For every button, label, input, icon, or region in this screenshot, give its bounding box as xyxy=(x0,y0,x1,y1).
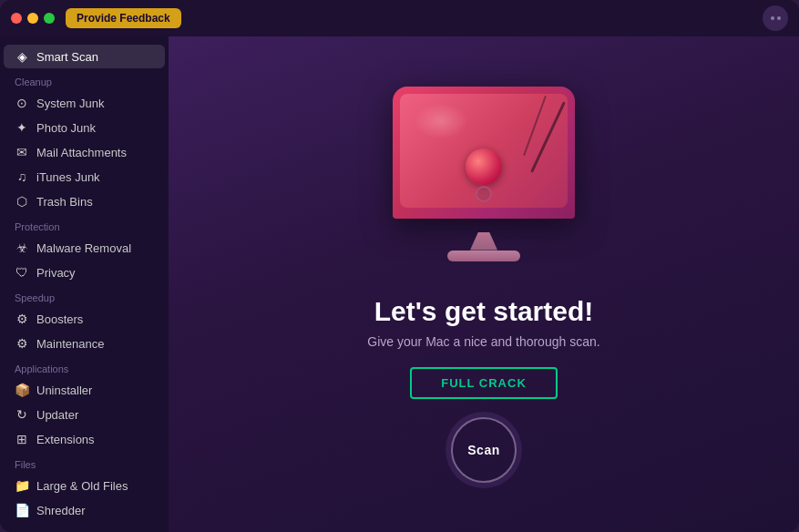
applications-section-label: Applications xyxy=(0,356,169,377)
feedback-button[interactable]: Provide Feedback xyxy=(66,8,181,28)
content-area: Let's get started! Give your Mac a nice … xyxy=(169,36,799,532)
maximize-button[interactable] xyxy=(44,13,55,24)
uninstaller-icon: 📦 xyxy=(15,383,29,397)
protection-section-label: Protection xyxy=(0,214,169,235)
sidebar-item-updater[interactable]: ↻ Updater xyxy=(4,403,165,426)
sub-heading: Give your Mac a nice and thorough scan. xyxy=(367,334,599,349)
mac-stand-base xyxy=(447,251,520,261)
privacy-icon: 🛡 xyxy=(15,265,29,280)
sidebar-item-extensions[interactable]: ⊞ Extensions xyxy=(4,427,165,451)
traffic-lights xyxy=(11,13,55,24)
sidebar-item-malware-removal[interactable]: ☣ Malware Removal xyxy=(4,236,165,260)
sidebar-item-trash-bins[interactable]: ⬡ Trash Bins xyxy=(4,189,165,213)
cleanup-section-label: Cleanup xyxy=(0,69,169,90)
smart-scan-icon: ◈ xyxy=(15,49,29,64)
mail-icon: ✉ xyxy=(15,145,29,159)
sidebar-item-itunes-junk[interactable]: ♫ iTunes Junk xyxy=(4,165,165,189)
sidebar-item-label: Mail Attachments xyxy=(36,146,127,159)
sidebar-item-label: Extensions xyxy=(36,433,95,446)
mac-monitor-body xyxy=(393,87,575,219)
mac-stand-neck xyxy=(470,232,497,251)
extensions-icon: ⊞ xyxy=(15,432,29,446)
maintenance-icon: ⚙ xyxy=(15,336,29,351)
updater-icon: ↻ xyxy=(15,407,29,422)
speedup-section-label: Speedup xyxy=(0,285,169,306)
system-junk-icon: ⊙ xyxy=(15,96,29,110)
title-bar-right xyxy=(763,5,788,31)
sidebar-item-boosters[interactable]: ⚙ Boosters xyxy=(4,307,165,331)
cmm-orb xyxy=(466,148,502,185)
sidebar-item-large-old-files[interactable]: 📁 Large & Old Files xyxy=(4,474,165,497)
main-content: ◈ Smart Scan Cleanup ⊙ System Junk ✦ Pho… xyxy=(0,36,799,532)
sidebar-item-label: Maintenance xyxy=(36,337,104,351)
sidebar-item-label: Shredder xyxy=(36,504,85,517)
sidebar-item-label: Privacy xyxy=(36,266,76,280)
mac-screen xyxy=(393,87,575,232)
dot-icon xyxy=(771,16,774,20)
sidebar-item-privacy[interactable]: 🛡 Privacy xyxy=(4,261,165,284)
app-window: Provide Feedback ◈ Smart Scan Cleanup ⊙ … xyxy=(0,0,799,532)
mac-illustration xyxy=(374,87,593,278)
main-heading: Let's get started! xyxy=(367,296,599,327)
sidebar-item-label: Malware Removal xyxy=(36,241,131,255)
sidebar-item-label: iTunes Junk xyxy=(36,170,100,184)
sidebar-item-uninstaller[interactable]: 📦 Uninstaller xyxy=(4,378,165,402)
sidebar: ◈ Smart Scan Cleanup ⊙ System Junk ✦ Pho… xyxy=(0,36,169,532)
scratch-line xyxy=(530,101,566,172)
sidebar-item-mail-attachments[interactable]: ✉ Mail Attachments xyxy=(4,140,165,164)
more-options-button[interactable] xyxy=(763,5,788,31)
sidebar-item-label: System Junk xyxy=(36,97,104,110)
boosters-icon: ⚙ xyxy=(15,312,29,326)
sidebar-item-maintenance[interactable]: ⚙ Maintenance xyxy=(4,332,165,355)
sidebar-item-label: Uninstaller xyxy=(36,384,92,397)
sidebar-item-system-junk[interactable]: ⊙ System Junk xyxy=(4,91,165,115)
sidebar-item-label: Updater xyxy=(36,408,78,422)
sidebar-item-label: Photo Junk xyxy=(36,121,96,135)
files-section-label: Files xyxy=(0,452,169,473)
files-icon: 📁 xyxy=(15,478,29,493)
itunes-icon: ♫ xyxy=(15,169,29,184)
title-bar: Provide Feedback xyxy=(0,0,799,36)
sidebar-item-label: Large & Old Files xyxy=(36,479,128,493)
sidebar-item-label: Boosters xyxy=(36,312,83,326)
content-text: Let's get started! Give your Mac a nice … xyxy=(367,296,599,349)
shredder-icon: 📄 xyxy=(15,503,29,517)
sidebar-item-shredder[interactable]: 📄 Shredder xyxy=(4,498,165,522)
malware-icon: ☣ xyxy=(15,240,29,255)
screen-glow xyxy=(414,103,468,139)
minimize-button[interactable] xyxy=(27,13,38,24)
sidebar-item-smart-scan[interactable]: ◈ Smart Scan xyxy=(4,45,165,68)
crack-badge: FULL CRACK xyxy=(410,367,558,399)
sidebar-item-label: Trash Bins xyxy=(36,195,93,209)
dot-icon xyxy=(777,16,781,20)
power-button xyxy=(476,186,492,202)
sidebar-item-label: Smart Scan xyxy=(36,50,98,64)
trash-icon: ⬡ xyxy=(15,194,29,209)
scan-button[interactable]: Scan xyxy=(451,417,517,483)
sidebar-item-photo-junk[interactable]: ✦ Photo Junk xyxy=(4,116,165,139)
photo-junk-icon: ✦ xyxy=(15,120,29,135)
close-button[interactable] xyxy=(11,13,22,24)
